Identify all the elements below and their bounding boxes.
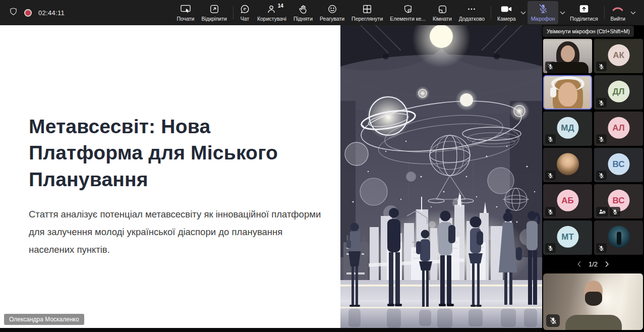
participant-tile-initials[interactable]: АЛ (594, 112, 643, 146)
mic-muted-icon (610, 207, 620, 216)
participants-button[interactable]: 14 Користувачі (254, 1, 290, 24)
avatar: ДЛ (608, 81, 629, 102)
pagination-next-icon[interactable] (605, 261, 609, 267)
react-label: Реагувати (320, 16, 344, 22)
avatar-photo (608, 226, 630, 248)
attendee-role-icon (596, 207, 608, 216)
control-elements-label: Елементи ке... (390, 16, 426, 22)
participants-pagination: 1/2 (542, 260, 644, 268)
mic-muted-icon (545, 207, 556, 216)
participant-tile-initials[interactable]: АБ (543, 184, 592, 218)
slide-title: Метавсесвіт: Нова Платформа для Міського… (29, 114, 304, 193)
mic-muted-icon (546, 314, 560, 327)
participant-tile-photo[interactable] (543, 148, 592, 182)
camera-label: Камера (497, 16, 516, 22)
mic-muted-icon (596, 134, 607, 144)
toolbar-divider (604, 6, 605, 19)
more-options-button[interactable]: Додатково (455, 1, 488, 24)
pagination-label: 1/2 (589, 260, 598, 268)
participant-grid: АК ДЛ (543, 39, 643, 255)
mic-muted-icon (545, 62, 556, 71)
raise-hand-button[interactable]: Підняти (290, 1, 316, 24)
avatar: МД (557, 117, 578, 139)
mic-muted-icon (545, 134, 556, 144)
participants-panel: Увімкнути мікрофон (Ctrl+Shift+M) АК (542, 25, 644, 332)
mic-muted-icon (596, 243, 607, 253)
participant-video (544, 76, 591, 108)
control-elements-button[interactable]: Елементи ке... (386, 1, 429, 24)
participant-tile-initials[interactable]: ДЛ (594, 75, 643, 109)
participant-tile-initials[interactable]: ВС (594, 148, 643, 182)
react-button[interactable]: Реагувати (316, 1, 348, 24)
avatar: МТ (557, 226, 578, 248)
participant-tile-video[interactable] (543, 39, 592, 73)
chat-button[interactable]: Чат (236, 1, 254, 24)
participant-tile-photo[interactable] (594, 220, 643, 255)
avatar: АБ (557, 190, 578, 211)
leave-label: Вийти (611, 16, 625, 22)
toolbar-divider (233, 6, 233, 19)
participant-tile-initials[interactable]: АК (594, 39, 643, 73)
leave-button[interactable]: Вийти (607, 1, 629, 24)
camera-button[interactable]: Камера (494, 1, 519, 24)
slide-illustration (340, 25, 542, 328)
participant-tile-initials[interactable]: МД (543, 112, 592, 146)
share-label: Поділитися (570, 16, 598, 22)
mic-muted-icon (545, 243, 556, 253)
avatar: ВС (608, 153, 629, 175)
presenter-name-label: Олександра Москаленко (4, 314, 84, 325)
mic-muted-icon (545, 171, 556, 180)
chat-label: Чат (241, 16, 249, 22)
view-button[interactable]: Переглянути (348, 1, 386, 24)
recording-indicator-icon (24, 9, 32, 17)
participant-tile-initials[interactable]: ВС (594, 184, 643, 218)
avatar: АК (608, 44, 629, 66)
meeting-toolbar: 02:44:11 Почати Відкріпити Чат (0, 0, 644, 25)
shield-icon (9, 7, 18, 18)
meeting-window: 02:44:11 Почати Відкріпити Чат (0, 0, 644, 332)
participant-tile-initials[interactable]: МТ (543, 220, 592, 255)
view-label: Переглянути (352, 16, 383, 22)
mic-muted-icon (596, 62, 607, 71)
meeting-timer: 02:44:11 (38, 9, 65, 17)
slide-body-text: Стаття аналізує потенціал метавсесвіту я… (29, 206, 327, 258)
pagination-prev-icon[interactable] (577, 261, 581, 267)
participants-count-badge: 14 (278, 3, 283, 9)
microphone-tooltip: Увімкнути мікрофон (Ctrl+Shift+M) (543, 26, 634, 37)
unpin-button[interactable]: Відкріпити (198, 1, 230, 24)
raise-hand-label: Підняти (294, 16, 313, 22)
share-button[interactable]: Поділитися (566, 1, 601, 24)
avatar: АЛ (608, 117, 629, 139)
start-presenting-button[interactable]: Почати (173, 1, 198, 24)
microphone-button[interactable]: Мікрофон (528, 1, 559, 24)
start-presenting-label: Почати (177, 16, 195, 22)
rooms-button[interactable]: Кімнати (429, 1, 455, 24)
leave-options-chevron[interactable] (629, 1, 637, 24)
microphone-options-chevron[interactable] (558, 1, 566, 24)
spotlight-participant-video[interactable] (543, 273, 643, 330)
mic-muted-icon (596, 98, 607, 107)
camera-options-chevron[interactable] (519, 1, 528, 24)
mic-muted-icon (596, 171, 607, 180)
participants-label: Користувачі (257, 16, 286, 22)
unpin-label: Відкріпити (201, 16, 226, 22)
participant-tile-video-active[interactable] (543, 75, 592, 109)
microphone-label: Мікрофон (531, 16, 555, 22)
meeting-status-group: 02:44:11 (9, 7, 65, 18)
avatar-photo (557, 153, 579, 175)
more-options-label: Додатково (459, 16, 485, 22)
rooms-label: Кімнати (433, 16, 452, 22)
shared-screen: Метавсесвіт: Нова Платформа для Міського… (0, 25, 542, 328)
toolbar-divider (491, 6, 491, 19)
